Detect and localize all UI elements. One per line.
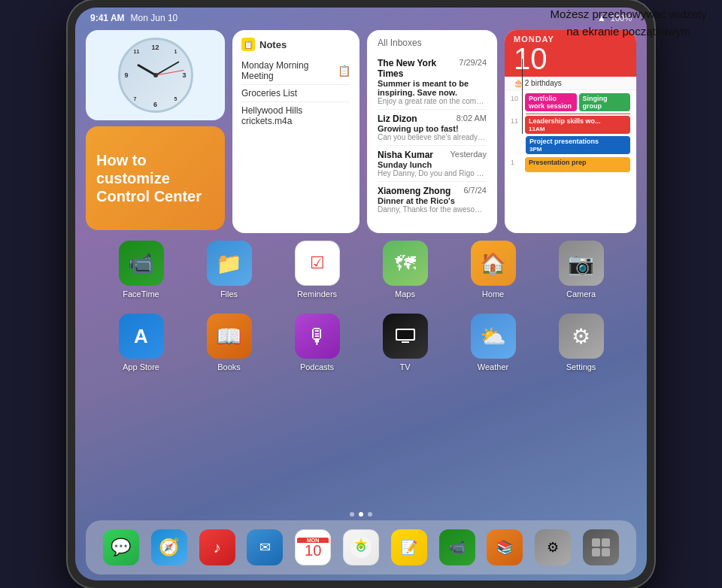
note-item-2[interactable]: Groceries List xyxy=(241,85,350,102)
app-maps-label: Maps xyxy=(395,289,415,299)
facetime-dock-icon: 📹 xyxy=(439,529,475,565)
widget-calendar[interactable]: MONDAY 10 🎂 2 birthdays 10 Portfolio wor… xyxy=(505,30,636,233)
dock-settings[interactable]: ⚙ xyxy=(535,529,571,565)
widget-clock[interactable]: 12 3 6 9 1 11 5 7 xyxy=(86,30,225,120)
app-podcasts[interactable]: 🎙 Podcasts xyxy=(277,314,357,371)
cal-event-1: Portfolio work session xyxy=(525,93,577,111)
widget-mail[interactable]: All Inboxes The New York Times 7/29/24 S… xyxy=(367,30,497,233)
widget-col-left: 12 3 6 9 1 11 5 7 How to xyxy=(86,30,225,233)
status-time: 9:41 AM xyxy=(90,13,125,23)
dock-mail[interactable]: ✉ xyxy=(247,529,283,565)
calendar-birthday: 🎂 2 birthdays xyxy=(505,77,636,90)
app-files[interactable]: 📁 Files xyxy=(189,241,269,299)
note-item-3[interactable]: Hellywood Hills crickets.m4a xyxy=(241,102,350,129)
app-settings-label: Settings xyxy=(566,362,596,371)
music-dock-icon: ♪ xyxy=(199,529,235,565)
app-appstore-label: App Store xyxy=(123,362,159,371)
cal-event-5: Presentation prep xyxy=(525,157,630,172)
app-tv[interactable]: TV xyxy=(365,314,445,371)
annotation-line xyxy=(522,59,523,134)
mail-item-3[interactable]: Nisha Kumar Yesterday Sunday lunch Hey D… xyxy=(378,146,487,182)
app-maps[interactable]: 🗺 Maps xyxy=(365,241,445,299)
mail-item-4[interactable]: Xiaomeng Zhong 6/7/24 Dinner at the Rico… xyxy=(378,182,487,217)
mail-item-1[interactable]: The New York Times 7/29/24 Summer is mea… xyxy=(378,54,487,110)
apps-grid-row1: 📹 FaceTime 📁 Files ☑ Reminders 🗺 Maps 🏠 … xyxy=(86,241,636,371)
podcasts-icon: 🎙 xyxy=(295,314,340,359)
svg-rect-6 xyxy=(592,538,600,547)
page-dot-1[interactable] xyxy=(350,512,354,517)
books-dock-icon: 📚 xyxy=(487,529,523,565)
dock-music[interactable]: ♪ xyxy=(199,529,235,565)
svg-rect-2 xyxy=(397,330,414,339)
svg-rect-8 xyxy=(592,548,600,556)
widget-notes[interactable]: 📋 Notes Monday Morning Meeting 📋 Groceri… xyxy=(232,30,359,233)
app-camera[interactable]: 📷 Camera xyxy=(541,241,621,299)
cal-event-3: Leadership skills wo...11AM xyxy=(525,116,630,134)
app-home[interactable]: 🏠 Home xyxy=(453,241,533,299)
note-item-1[interactable]: Monday Morning Meeting 📋 xyxy=(241,57,350,85)
app-facetime[interactable]: 📹 FaceTime xyxy=(101,241,181,299)
mail-dock-icon: ✉ xyxy=(247,529,283,565)
tv-icon xyxy=(383,314,428,359)
cal-event-2: Singing group xyxy=(579,93,631,111)
svg-rect-1 xyxy=(402,341,409,343)
home-icon: 🏠 xyxy=(471,241,516,286)
page-dots xyxy=(75,512,647,517)
camera-icon: 📷 xyxy=(559,241,604,286)
svg-rect-9 xyxy=(602,548,610,556)
notes-label: Notes xyxy=(259,39,287,50)
safari-dock-icon: 🧭 xyxy=(151,529,187,565)
multitasking-dock-icon xyxy=(583,529,619,565)
ipad-frame: 9:41 AM Mon Jun 10 ▲ 100% 12 3 6 9 xyxy=(68,0,654,588)
widget-howto[interactable]: How to customize Control Center xyxy=(86,126,225,230)
mail-header: All Inboxes xyxy=(378,38,487,48)
app-tv-label: TV xyxy=(399,362,410,371)
app-weather-label: Weather xyxy=(478,362,508,371)
clock-face: 12 3 6 9 1 11 5 7 xyxy=(118,38,193,113)
settings-icon: ⚙ xyxy=(559,314,604,359)
reminders-icon: ☑ xyxy=(295,241,340,286)
app-reminders[interactable]: ☑ Reminders xyxy=(277,241,357,299)
app-facetime-label: FaceTime xyxy=(123,289,159,299)
dock-notes[interactable]: 📝 xyxy=(391,529,427,565)
mail-sender: The New York Times xyxy=(378,58,459,79)
app-files-label: Files xyxy=(220,289,238,299)
files-icon: 📁 xyxy=(207,241,252,286)
app-settings[interactable]: ⚙ Settings xyxy=(541,314,621,371)
page-dot-2[interactable] xyxy=(359,512,363,517)
widgets-area: 12 3 6 9 1 11 5 7 How to xyxy=(86,30,636,233)
dock-photos[interactable] xyxy=(343,529,379,565)
maps-icon: 🗺 xyxy=(383,241,428,286)
svg-rect-7 xyxy=(602,538,610,547)
dock-safari[interactable]: 🧭 xyxy=(151,529,187,565)
notes-icon: 📋 xyxy=(241,38,255,51)
notes-header: 📋 Notes xyxy=(241,38,350,51)
app-books[interactable]: 📖 Books xyxy=(189,314,269,371)
annotation-text: Możesz przechowywać widżety na ekranie p… xyxy=(551,6,707,40)
app-home-label: Home xyxy=(482,289,504,299)
mail-sender: Nisha Kumar xyxy=(378,150,433,160)
calendar-body: 10 Portfolio work session Singing group … xyxy=(505,90,636,226)
page-dot-3[interactable] xyxy=(368,512,372,517)
calendar-dock-icon: MON 10 xyxy=(295,529,331,565)
dock-multitasking[interactable] xyxy=(583,529,619,565)
app-weather[interactable]: ⛅ Weather xyxy=(453,314,533,371)
app-appstore[interactable]: A App Store xyxy=(101,314,181,371)
dock-messages[interactable]: 💬 xyxy=(103,529,139,565)
cal-event-4: Project presentations3PM xyxy=(526,136,630,154)
dock-calendar[interactable]: MON 10 xyxy=(295,529,331,565)
mail-sender: Liz Dizon xyxy=(378,114,417,124)
status-date: Mon Jun 10 xyxy=(131,13,178,23)
settings-dock-icon: ⚙ xyxy=(535,529,571,565)
ipad-screen: 9:41 AM Mon Jun 10 ▲ 100% 12 3 6 9 xyxy=(75,8,647,580)
mail-sender: Xiaomeng Zhong xyxy=(378,186,450,196)
dock-facetime[interactable]: 📹 xyxy=(439,529,475,565)
photos-dock-icon xyxy=(343,529,379,565)
mail-item-2[interactable]: Liz Dizon 8:02 AM Growing up too fast! C… xyxy=(378,110,487,146)
dock-books[interactable]: 📚 xyxy=(487,529,523,565)
calendar-date: 10 xyxy=(514,44,627,74)
facetime-icon: 📹 xyxy=(119,241,164,286)
weather-icon: ⛅ xyxy=(471,314,516,359)
dock: 💬 🧭 ♪ ✉ MON 10 xyxy=(86,520,636,574)
messages-dock-icon: 💬 xyxy=(103,529,139,565)
